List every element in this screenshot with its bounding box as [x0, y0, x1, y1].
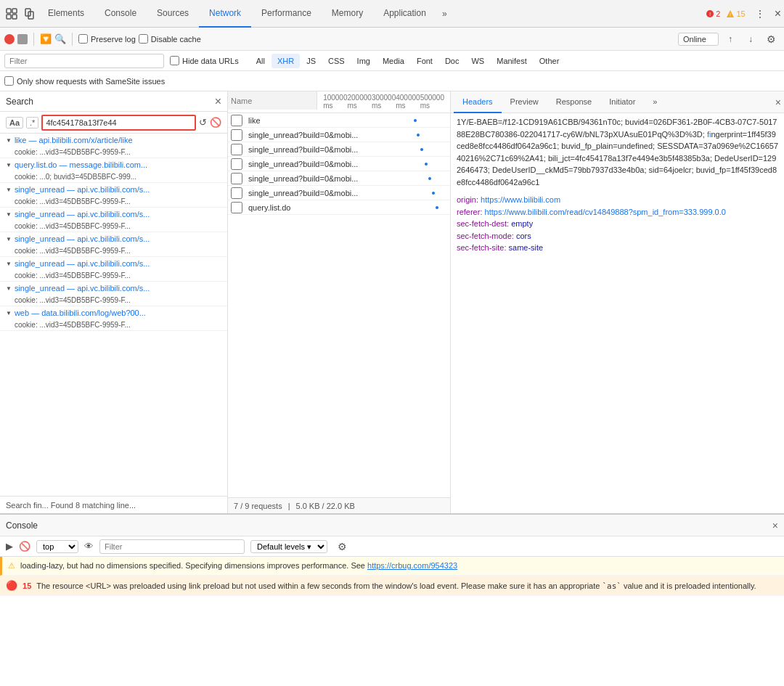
search-icon[interactable]: 🔍	[54, 33, 66, 44]
level-select[interactable]: Default levels ▾	[250, 540, 327, 553]
details-content: 1Y/E-BAEB=/f12-1CD919A61CBB/94361nT0c; b…	[451, 113, 784, 513]
cancel-search-btn[interactable]: 🚫	[210, 117, 221, 128]
settings-icon[interactable]: ⚙	[762, 30, 780, 48]
table-row[interactable]: single_unread?build=0&mobi...	[228, 128, 450, 142]
tab-network[interactable]: Network	[199, 0, 251, 28]
svg-rect-0	[7, 9, 11, 13]
result-url-single3[interactable]: ▼ single_unread — api.vc.bilibili.com/s.…	[0, 232, 227, 245]
hide-data-urls-checkbox[interactable]	[170, 56, 179, 65]
type-tab-font[interactable]: Font	[411, 54, 438, 68]
stop-button[interactable]	[17, 34, 28, 44]
tab-preview[interactable]: Preview	[502, 91, 547, 113]
timeline-ms: 100000 ms 200000 ms 300000 ms 400000 ms …	[317, 94, 450, 110]
tab-application[interactable]: Application	[373, 0, 436, 28]
row-checkbox[interactable]	[231, 202, 242, 213]
hide-data-urls-label[interactable]: Hide data URLs	[170, 56, 239, 65]
table-row[interactable]: single_unread?build=0&mobi...	[228, 171, 450, 186]
timeline-dot	[417, 134, 420, 136]
row-checkbox[interactable]	[231, 187, 242, 199]
list-item: ▼ single_unread — api.vc.bilibili.com/s.…	[0, 282, 227, 306]
type-tab-css[interactable]: CSS	[322, 54, 351, 68]
tab-sources[interactable]: Sources	[147, 0, 199, 28]
table-row[interactable]: single_unread?build=0&mobi...	[228, 157, 450, 171]
disable-cache-checkbox[interactable]	[139, 34, 148, 44]
row-timeline	[412, 200, 450, 215]
throttle-select[interactable]: Online	[678, 33, 719, 46]
result-url-single4[interactable]: ▼ single_unread — api.vc.bilibili.com/s.…	[0, 257, 227, 270]
run-icon[interactable]: ▶	[6, 541, 13, 552]
type-tab-xhr[interactable]: XHR	[271, 54, 300, 68]
tab-more[interactable]: »	[644, 91, 666, 113]
timeline-dot	[414, 119, 417, 122]
row-checkbox[interactable]	[231, 144, 242, 155]
tab-headers[interactable]: Headers	[454, 91, 502, 113]
network-table: like single_unread?build=0&mobi... singl…	[228, 113, 450, 497]
close-search-btn[interactable]: ×	[215, 95, 221, 108]
type-tab-media[interactable]: Media	[377, 54, 410, 68]
list-item: ▼ query.list.do — message.bilibili.com..…	[0, 158, 227, 183]
filter-icon[interactable]: 🔽	[40, 33, 52, 44]
refresh-search-btn[interactable]: ↺	[199, 117, 207, 128]
type-tab-manifest[interactable]: Manifest	[491, 54, 533, 68]
download-icon[interactable]: ↓	[742, 30, 759, 48]
console-settings-icon[interactable]: ⚙	[333, 538, 351, 555]
svg-text:!: !	[730, 12, 731, 17]
result-url-web[interactable]: ▼ web — data.bilibili.com/log/web?00...	[0, 306, 227, 319]
tab-response[interactable]: Response	[547, 91, 601, 113]
stop-console-icon[interactable]: 🚫	[19, 541, 30, 552]
table-row[interactable]: single_unread?build=0&mobi...	[228, 186, 450, 200]
row-checkbox[interactable]	[231, 158, 242, 170]
result-url-single1[interactable]: ▼ single_unread — api.vc.bilibili.com/s.…	[0, 183, 227, 196]
result-url-querylist[interactable]: ▼ query.list.do — message.bilibili.com..…	[0, 158, 227, 171]
type-tab-doc[interactable]: Doc	[439, 54, 465, 68]
type-tab-all[interactable]: All	[250, 54, 271, 68]
row-checkbox[interactable]	[231, 115, 242, 126]
more-options-icon[interactable]: ⋮	[751, 5, 769, 23]
preserve-log-checkbox[interactable]	[78, 34, 88, 44]
case-sensitive-btn[interactable]: Aa	[6, 117, 23, 128]
tab-initiator[interactable]: Initiator	[600, 91, 644, 113]
context-select[interactable]: top	[36, 540, 78, 553]
crbug-link[interactable]: https://crbug.com/954323	[367, 561, 457, 570]
search-title: Search	[6, 97, 33, 107]
preserve-log-label[interactable]: Preserve log	[78, 34, 136, 44]
close-devtools-btn[interactable]: ×	[775, 7, 781, 20]
device-toggle-icon[interactable]	[20, 5, 38, 23]
table-row[interactable]: query.list.do	[228, 200, 450, 215]
triangle-icon: ▼	[6, 211, 12, 218]
same-site-label[interactable]: Only show requests with SameSite issues	[4, 76, 165, 86]
tab-console[interactable]: Console	[94, 0, 147, 28]
search-panel: Search × Aa .* ↺ 🚫 ▼ like — api.bilibili…	[0, 91, 228, 513]
filter-input[interactable]	[4, 54, 164, 68]
disable-cache-label[interactable]: Disable cache	[139, 34, 201, 44]
devtools-right: ! 2 ! 15 ⋮ ×	[706, 5, 781, 23]
tab-elements[interactable]: Elements	[38, 0, 94, 28]
type-tab-img[interactable]: Img	[351, 54, 376, 68]
row-timeline	[412, 128, 450, 142]
inspect-icon[interactable]	[3, 5, 20, 23]
search-input[interactable]	[41, 115, 196, 131]
result-url-like[interactable]: ▼ like — api.bilibili.com/x/article/like	[0, 134, 227, 147]
row-checkbox[interactable]	[231, 173, 242, 184]
tab-memory[interactable]: Memory	[322, 0, 373, 28]
record-button[interactable]	[4, 34, 15, 44]
same-site-checkbox[interactable]	[4, 76, 14, 86]
sec-fetch-dest-field: sec-fetch-dest: empty	[457, 218, 778, 230]
result-url-single5[interactable]: ▼ single_unread — api.vc.bilibili.com/s.…	[0, 282, 227, 295]
console-filter-input[interactable]	[99, 539, 245, 554]
eye-icon[interactable]: 👁	[84, 541, 94, 552]
type-tab-ws[interactable]: WS	[465, 54, 490, 68]
tab-performance[interactable]: Performance	[251, 0, 322, 28]
regex-btn[interactable]: .*	[26, 117, 38, 128]
table-row[interactable]: single_unread?build=0&mobi...	[228, 142, 450, 157]
table-row[interactable]: like	[228, 113, 450, 128]
more-tabs-btn[interactable]: »	[436, 9, 453, 19]
close-console-btn[interactable]: ×	[772, 520, 778, 531]
type-tab-js[interactable]: JS	[301, 54, 322, 68]
result-url-single2[interactable]: ▼ single_unread — api.vc.bilibili.com/s.…	[0, 208, 227, 221]
type-tab-other[interactable]: Other	[534, 54, 565, 68]
svg-text:!: !	[709, 11, 711, 17]
row-checkbox[interactable]	[231, 129, 242, 141]
close-details-btn[interactable]: ×	[775, 97, 781, 108]
upload-icon[interactable]: ↑	[722, 30, 739, 48]
